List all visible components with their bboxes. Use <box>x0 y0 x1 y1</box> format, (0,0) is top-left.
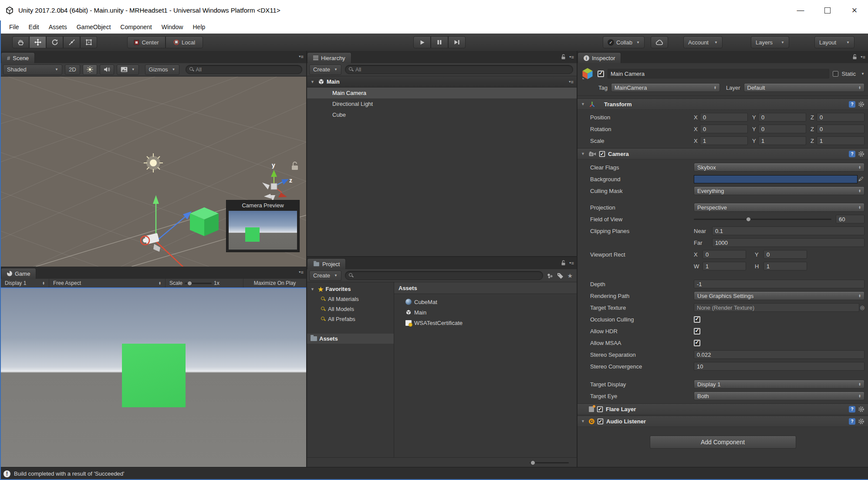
clear-flags-dropdown[interactable]: Skybox▲▼ <box>694 163 865 172</box>
eyedropper-icon[interactable]: 🖊︎ <box>858 176 865 182</box>
allow-msaa-checkbox[interactable] <box>694 340 700 346</box>
pivot-local-button[interactable]: Local <box>165 36 203 48</box>
expand-arrow-icon[interactable]: ▼ <box>581 102 586 106</box>
asset-wsatestcertificate[interactable]: WSATestCertificate <box>394 318 577 328</box>
thumbnail-size-slider[interactable] <box>530 462 569 463</box>
occlusion-culling-checkbox[interactable] <box>694 316 700 323</box>
audio-toggle-button[interactable] <box>100 64 114 75</box>
tag-dropdown[interactable]: MainCamera▲▼ <box>611 83 720 92</box>
background-color-swatch[interactable] <box>694 175 858 183</box>
position-x-field[interactable]: 0 <box>700 113 748 122</box>
hierarchy-item-main-camera[interactable]: Main Camera <box>307 88 577 98</box>
menu-file[interactable]: File <box>4 22 24 32</box>
help-icon[interactable] <box>849 406 855 412</box>
far-clip-field[interactable]: 1000 <box>712 238 865 247</box>
camera-enabled-checkbox[interactable] <box>599 151 605 157</box>
inspector-panel-menu-icon[interactable]: ▼≡ <box>860 54 865 60</box>
pause-button[interactable] <box>431 36 448 48</box>
hierarchy-scene-row[interactable]: ▼ Main ▼≡ <box>307 76 577 88</box>
rotation-x-field[interactable]: 0 <box>700 125 748 133</box>
gear-icon[interactable] <box>858 151 865 157</box>
viewport-w-field[interactable]: 1 <box>703 262 746 270</box>
near-clip-field[interactable]: 0.1 <box>712 226 865 235</box>
rotation-y-field[interactable]: 0 <box>758 125 806 133</box>
hierarchy-lock-icon[interactable] <box>561 54 566 60</box>
projection-dropdown[interactable]: Perspective▲▼ <box>694 203 865 212</box>
scale-slider[interactable] <box>185 283 212 284</box>
collab-button[interactable]: ✓ Collab ▼ <box>603 36 645 48</box>
expand-arrow-icon[interactable]: ▼ <box>581 419 586 423</box>
flare-layer-enabled-checkbox[interactable] <box>597 406 603 412</box>
target-eye-dropdown[interactable]: Both▲▼ <box>694 392 865 400</box>
maximize-on-play-button[interactable]: Maximize On Play <box>243 279 306 287</box>
expand-arrow-icon[interactable]: ▼ <box>581 152 586 156</box>
2d-toggle-button[interactable]: 2D <box>65 64 80 75</box>
game-viewport[interactable] <box>1 287 306 467</box>
hierarchy-item-directional-light[interactable]: Directional Light <box>307 98 577 109</box>
hierarchy-panel-menu-icon[interactable]: ▼≡ <box>569 54 574 60</box>
scale-tool-button[interactable] <box>63 36 80 48</box>
static-checkbox[interactable] <box>833 71 838 77</box>
scene-search-input[interactable]: All <box>186 65 302 74</box>
gear-icon[interactable] <box>858 418 865 425</box>
close-button[interactable]: × <box>841 0 868 20</box>
expand-arrow-icon[interactable]: ▼ <box>311 80 316 84</box>
static-dropdown-arrow[interactable]: ▼ <box>861 72 865 76</box>
gear-icon[interactable] <box>858 406 865 412</box>
menu-assets[interactable]: Assets <box>44 22 72 32</box>
fov-slider-knob[interactable] <box>746 217 751 222</box>
gear-icon[interactable] <box>858 101 865 108</box>
scale-slider-group[interactable]: Scale 1x <box>165 279 243 287</box>
audio-listener-component-header[interactable]: ▼ Audio Listener <box>578 416 868 427</box>
add-component-button[interactable]: Add Component <box>650 436 796 449</box>
aspect-dropdown[interactable]: Free Aspect ▲▼ <box>49 279 165 287</box>
scale-y-field[interactable]: 1 <box>758 136 806 145</box>
help-icon[interactable] <box>849 101 855 108</box>
audio-listener-enabled-checkbox[interactable] <box>598 418 604 424</box>
project-tab[interactable]: Project <box>307 258 346 269</box>
game-tab[interactable]: Game <box>1 268 36 279</box>
pivot-center-button[interactable]: Center <box>127 36 165 48</box>
camera-component-header[interactable]: ▼ Camera <box>578 148 868 159</box>
game-panel-menu-icon[interactable]: ▼≡ <box>298 270 303 275</box>
scene-panel-menu-icon[interactable]: ▼≡ <box>298 54 303 59</box>
hierarchy-create-button[interactable]: Create ▼ <box>309 64 341 75</box>
gizmos-dropdown[interactable]: Gizmos ▼ <box>145 64 179 75</box>
scale-x-field[interactable]: 1 <box>700 136 748 145</box>
viewport-x-field[interactable]: 0 <box>703 250 746 259</box>
transform-component-header[interactable]: ▼ Transform <box>578 98 868 110</box>
minimize-button[interactable]: — <box>787 0 814 20</box>
favorite-all-prefabs[interactable]: All Prefabs <box>307 314 394 324</box>
favorite-all-materials[interactable]: All Materials <box>307 294 394 304</box>
menu-gameobject[interactable]: GameObject <box>72 22 116 32</box>
viewport-y-field[interactable]: 0 <box>763 250 807 259</box>
allow-hdr-checkbox[interactable] <box>694 328 700 335</box>
hierarchy-tab[interactable]: Hierarchy <box>307 52 351 63</box>
viewport-h-field[interactable]: 1 <box>763 262 807 270</box>
expand-arrow-icon[interactable]: ▼ <box>311 287 316 291</box>
project-panel-menu-icon[interactable]: ▼≡ <box>569 260 574 266</box>
gameobject-cube-icon[interactable] <box>581 67 594 80</box>
project-search-input[interactable] <box>345 271 543 280</box>
scale-slider-knob[interactable] <box>187 281 192 286</box>
scale-z-field[interactable]: 1 <box>817 136 865 145</box>
move-tool-button[interactable] <box>29 36 46 48</box>
fov-slider[interactable] <box>694 219 831 220</box>
culling-mask-dropdown[interactable]: Everything▲▼ <box>694 186 865 195</box>
hierarchy-item-cube[interactable]: Cube <box>307 109 577 120</box>
step-button[interactable] <box>448 36 466 48</box>
hierarchy-search-input[interactable]: All <box>345 65 573 74</box>
stereo-convergence-field[interactable]: 10 <box>694 362 865 371</box>
gameobject-name-field[interactable]: Main Camera <box>608 69 829 78</box>
display-dropdown[interactable]: Display 1 ▲▼ <box>1 279 49 287</box>
help-icon[interactable] <box>849 418 855 425</box>
favorite-all-models[interactable]: All Models <box>307 304 394 314</box>
position-y-field[interactable]: 0 <box>758 113 806 122</box>
fov-value-field[interactable]: 60 <box>836 215 865 223</box>
asset-cubemat[interactable]: CubeMat <box>394 297 577 307</box>
rendering-path-dropdown[interactable]: Use Graphics Settings▲▼ <box>694 291 865 300</box>
layout-dropdown[interactable]: Layout ▼ <box>814 36 854 48</box>
gameobject-enabled-checkbox[interactable] <box>598 71 604 77</box>
menu-help[interactable]: Help <box>188 22 210 32</box>
project-create-button[interactable]: Create ▼ <box>309 270 341 281</box>
